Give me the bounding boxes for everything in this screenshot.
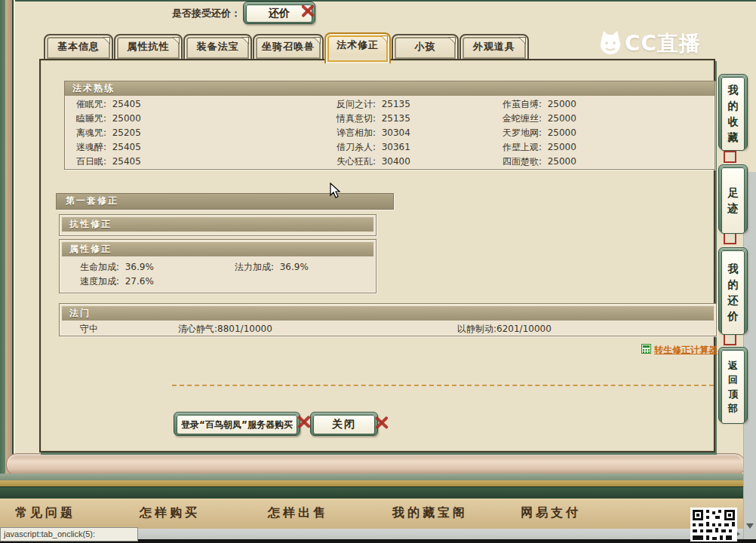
moss-band [0,474,756,480]
calculator-icon [641,344,651,354]
tab-appearance[interactable]: 外观道具 [459,34,529,62]
attribute-correction-header: 属性修正 [62,242,373,256]
attr-row: 速度加成27.6% [80,275,154,289]
sidebar-footprints-button[interactable]: 足迹 [718,164,748,232]
spell-row: 催眠咒25405 [76,97,141,112]
dark-green-bar [0,486,756,499]
tab-mount-summon[interactable]: 坐骑召唤兽 [253,34,324,62]
spell-row: 离魂咒25205 [76,126,141,140]
famen-section: 法门 守中 清心静气8801/10000 以静制动6201/10000 [59,303,717,336]
spell-row: 作茧自缚25000 [502,97,576,112]
spell-row: 借刀杀人30361 [337,140,410,155]
tab-spell-correction[interactable]: 法术修正 [324,32,391,63]
sidebar-my-bargains-button[interactable]: 我的还价 [718,247,748,333]
tab-equip-fabao[interactable]: 装备法宝 [183,34,252,62]
spell-row: 反间之计25135 [337,97,410,112]
famen-skill: 以静制动6201/10000 [457,322,552,336]
famen-header: 法门 [62,306,714,321]
dashed-divider [172,385,714,386]
sidebar-label: 我的收藏 [727,82,739,146]
footer-link-faq[interactable]: 常见问题 [15,505,75,520]
resistance-correction-header: 抗性修正 [62,217,373,232]
bargain-button[interactable]: 还价 [243,2,315,24]
attribute-correction-section: 属性修正 生命加成36.9% 法力加成36.9% 速度加成27.6% [59,239,376,293]
spell-row: 情真意切25135 [337,112,410,126]
left-edge-green [0,0,5,499]
attr-row: 生命加成36.9% [80,260,154,275]
close-button-label: 关闭 [313,415,375,434]
qr-code [690,508,737,541]
spell-mastery-section: 法术熟练 催眠咒25405 瞌睡咒25000 离魂咒25205 迷魂醉25405… [64,81,715,170]
login-server-buy-label: 登录“百鸟朝凤”服务器购买 [177,415,297,434]
spell-row: 作壁上观25000 [502,140,576,155]
cc-logo-cat-icon [596,29,625,58]
bargain-question-label: 是否接受还价： [172,7,241,20]
horizontal-scrollbar[interactable] [134,529,743,539]
sidebar-connector [724,232,736,244]
footer-link-payment[interactable]: 网易支付 [521,505,581,520]
cc-live-logo: CC直播 [596,29,701,59]
sidebar-back-to-top-button[interactable]: 返回顶部 [718,347,748,422]
spell-row: 天罗地网25000 [502,126,576,140]
spell-row: 四面楚歌25000 [502,155,576,169]
left-edge-tan [5,0,12,499]
sidebar-label: 足迹 [727,185,739,216]
spell-mastery-header: 法术熟练 [65,81,715,96]
famen-school: 守中 [80,322,98,336]
attr-row: 法力加成36.9% [235,260,309,275]
login-server-buy-button[interactable]: 登录“百鸟朝凤”服务器购买 [174,412,300,436]
sidebar-label: 我的还价 [727,261,739,324]
first-set-correction-header: 第一套修正 [56,193,394,210]
left-edge-highlight [14,0,15,499]
tab-child[interactable]: 小孩 [392,34,459,62]
resistance-correction-section: 抗性修正 [59,214,376,236]
tab-attr-resist[interactable]: 属性抗性 [114,34,183,62]
sidebar-label: 返回顶部 [727,358,739,416]
character-detail-page: 是否接受还价： 还价 CC直播 基本信息 属性抗性 装备法宝 坐骑召唤兽 法术修… [0,0,756,543]
footer-link-how-sell[interactable]: 怎样出售 [268,505,328,520]
browser-status-bar: javascript:tab_onclick(5): [0,527,138,541]
top-border [0,0,756,2]
footer-link-my-cbg[interactable]: 我的藏宝阁 [392,505,468,520]
cc-logo-text: CC直播 [625,29,701,58]
footer-link-how-buy[interactable]: 怎样购买 [140,505,200,520]
reincarnation-calculator-link[interactable]: 转生修正计算器 [654,344,718,357]
spell-row: 迷魂醉25405 [76,140,141,155]
spell-row: 谗言相加30304 [337,126,410,140]
gold-band [0,480,756,486]
close-button[interactable]: 关闭 [310,412,378,436]
scroll-roll-decor [6,453,745,476]
sidebar-connector [724,151,736,163]
bargain-button-label: 还价 [246,5,312,23]
famen-skill: 清心静气8801/10000 [178,322,272,336]
spell-row: 失心狂乱30400 [337,155,410,169]
spell-row: 金蛇缠丝25000 [502,112,576,126]
spell-row: 百日眠25405 [76,155,141,169]
spell-row: 瞌睡咒25000 [76,112,141,126]
scroll-down-arrow-icon[interactable] [746,523,754,529]
tab-basic-info[interactable]: 基本信息 [44,34,113,62]
footer-background [0,499,756,529]
sidebar-my-favorites-button[interactable]: 我的收藏 [718,74,748,149]
sidebar-connector [724,333,736,345]
